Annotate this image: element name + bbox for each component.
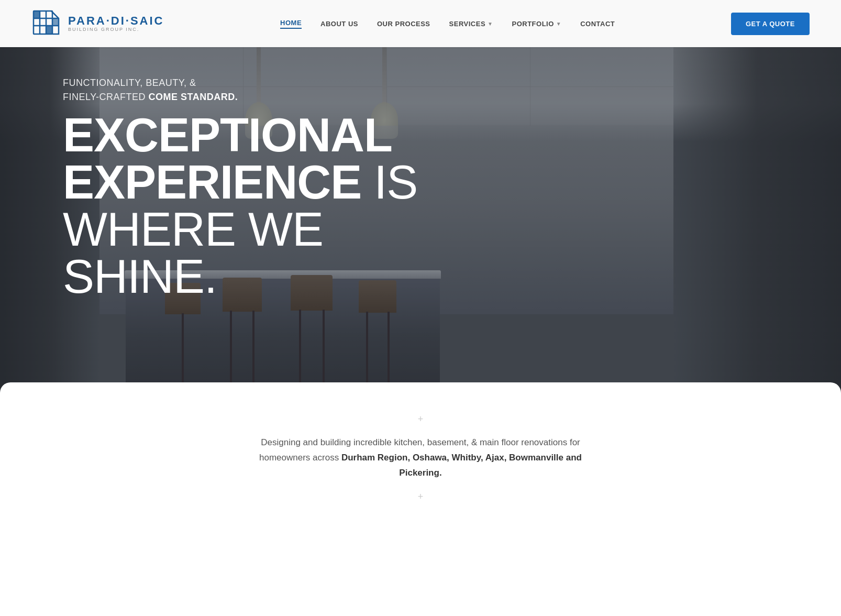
nav-portfolio[interactable]: PORTFOLIO ▼ [512,20,561,28]
nav-home[interactable]: HOME [280,19,302,29]
logo-icon [31,7,63,40]
logo-sub: BUILDING GROUP INC. [68,27,164,32]
get-quote-button[interactable]: GET A QUOTE [731,13,810,35]
decorative-plus-2: + [21,491,820,502]
svg-rect-8 [34,11,40,18]
main-nav: HOME ABOUT US OUR PROCESS SERVICES ▼ POR… [280,19,615,29]
services-chevron-icon: ▼ [488,21,493,27]
decorative-plus-1: + [21,414,820,425]
portfolio-chevron-icon: ▼ [556,21,561,27]
nav-about[interactable]: ABOUT US [320,20,358,28]
below-hero-section: + Designing and building incredible kitc… [0,382,841,555]
logo-brand: PARA·DI·SAIC [68,15,164,27]
nav-services[interactable]: SERVICES ▼ [449,20,493,28]
svg-rect-10 [52,18,59,26]
logo-text: PARA·DI·SAIC BUILDING GROUP INC. [68,15,164,32]
svg-rect-9 [46,26,52,34]
hero-heading: EXCEPTIONAL EXPERIENCE IS WHERE WE SHINE… [63,112,429,300]
nav-contact[interactable]: CONTACT [580,20,615,28]
hero-tagline: FUNCTIONALITY, BEAUTY, & FINELY-CRAFTED … [63,76,429,104]
site-header: PARA·DI·SAIC BUILDING GROUP INC. HOME AB… [0,0,841,47]
nav-our-process[interactable]: OUR PROCESS [377,20,430,28]
hero-content: FUNCTIONALITY, BEAUTY, & FINELY-CRAFTED … [63,76,429,300]
logo-link[interactable]: PARA·DI·SAIC BUILDING GROUP INC. [31,7,164,40]
hero-section: FUNCTIONALITY, BEAUTY, & FINELY-CRAFTED … [0,0,841,398]
below-hero-description: Designing and building incredible kitche… [253,435,588,481]
